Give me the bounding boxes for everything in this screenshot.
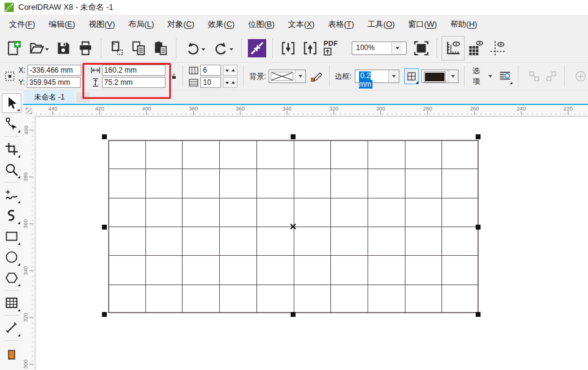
connector-tool[interactable] (2, 318, 21, 338)
selection-handle-middle-left[interactable] (102, 225, 107, 230)
border-selection-button[interactable] (404, 68, 419, 84)
save-button[interactable] (53, 37, 74, 60)
show-rulers-button[interactable] (441, 36, 465, 60)
menu-item-V[interactable]: 视图(V) (82, 16, 122, 33)
guidelines-eye-icon (489, 40, 506, 57)
menu-item-B[interactable]: 位图(B) (241, 16, 281, 33)
toolbar-separator (101, 38, 101, 58)
freehand-tool[interactable] (2, 185, 21, 205)
propbar-separator (518, 65, 518, 87)
selection-handle-middle-right[interactable] (476, 225, 481, 230)
copy-button[interactable] (128, 37, 150, 60)
svg-text:300: 300 (23, 360, 29, 369)
show-guidelines-button[interactable] (487, 37, 509, 60)
new-document-button[interactable] (2, 37, 24, 60)
ellipse-tool[interactable] (2, 247, 21, 267)
ruler-origin[interactable] (23, 105, 35, 116)
fullscreen-preview-button[interactable] (410, 37, 432, 60)
edit-fill-button[interactable] (309, 68, 324, 84)
selection-handle-top-left[interactable] (102, 134, 107, 139)
show-grid-button[interactable] (465, 37, 487, 60)
shape-tool[interactable] (2, 114, 21, 134)
selection-handle-top-right[interactable] (476, 134, 481, 139)
horizontal-ruler[interactable]: 440420400380360340320300280260240220 (35, 105, 588, 116)
new-tab-button[interactable]: + (76, 92, 90, 103)
propbar-separator (243, 65, 244, 87)
background-fill-dropdown[interactable] (269, 70, 306, 83)
columns-spinner[interactable] (223, 77, 238, 88)
svg-text:400: 400 (142, 106, 151, 112)
options-dropdown[interactable]: 选项 (470, 66, 495, 87)
svg-text:280: 280 (423, 106, 432, 112)
menu-item-T[interactable]: 表格(T) (321, 16, 361, 33)
menu-item-O[interactable]: 工具(O) (361, 16, 402, 33)
drawing-canvas[interactable] (35, 116, 588, 370)
lock-ratio-icon[interactable] (170, 71, 178, 81)
toolbar-separator (241, 38, 242, 58)
menu-item-E[interactable]: 编辑(E) (42, 16, 82, 33)
text-wrap-button[interactable] (498, 68, 512, 84)
selection-handle-bottom-center[interactable] (291, 312, 296, 317)
app-launcher-button[interactable] (246, 37, 268, 60)
menu-item-F[interactable]: 文件(F) (2, 16, 42, 33)
export-button[interactable] (299, 37, 321, 60)
redo-dropdown-caret[interactable] (230, 48, 233, 53)
crop-tool[interactable] (2, 139, 21, 159)
undo-dropdown-caret[interactable] (201, 48, 205, 53)
menu-item-H[interactable]: 帮助(H) (444, 16, 484, 33)
rows-count-field[interactable]: 6 (200, 65, 221, 76)
propbar-separator (564, 65, 565, 87)
columns-count-field[interactable]: 10 (200, 77, 221, 88)
menu-item-C[interactable]: 效果(C) (201, 16, 241, 33)
border-width-combobox[interactable]: 0.2 mm (355, 70, 399, 83)
rows-spinner[interactable] (223, 65, 238, 76)
linked-squares-icon (528, 70, 541, 83)
svg-text:240: 240 (517, 106, 526, 112)
import-button[interactable] (277, 37, 299, 60)
paste-button[interactable] (150, 37, 172, 60)
open-dropdown-caret[interactable] (45, 48, 49, 53)
fill-tool[interactable] (2, 343, 21, 363)
redo-button[interactable] (209, 37, 237, 60)
table-rows-icon (189, 67, 198, 74)
selection-handle-bottom-left[interactable] (102, 312, 107, 317)
undo-button[interactable] (181, 37, 209, 60)
menu-item-W[interactable]: 窗口(W) (402, 16, 444, 33)
add-button (573, 68, 588, 84)
zoom-level-caret[interactable] (391, 42, 402, 54)
open-document-button[interactable] (24, 37, 53, 60)
cut-button[interactable] (106, 37, 128, 60)
outline-color-dropdown[interactable] (421, 70, 459, 83)
vertical-ruler[interactable]: 400380360340320300 (23, 116, 35, 370)
artistic-media-tool[interactable] (2, 206, 21, 225)
document-tab[interactable]: 未命名 -1 (24, 90, 74, 104)
rectangle-tool[interactable] (2, 227, 21, 246)
rotation-center-mark[interactable] (289, 223, 297, 230)
pick-tool[interactable] (2, 93, 21, 113)
menu-item-X[interactable]: 文本(X) (281, 16, 321, 33)
y-position-field[interactable]: 359.945 mm (27, 77, 81, 88)
print-button[interactable] (74, 37, 96, 60)
grid-eye-icon (467, 40, 484, 57)
border-width-caret[interactable] (388, 70, 399, 82)
selection-handle-top-center[interactable] (291, 134, 296, 139)
document-tab-bar: 未命名 -1 + (23, 90, 588, 105)
zoom-tool[interactable] (2, 160, 21, 180)
publish-pdf-button[interactable]: PDF (321, 37, 348, 60)
menu-item-C[interactable]: 对象(C) (161, 16, 201, 33)
polygon-tool[interactable] (2, 268, 21, 288)
table-tool[interactable] (2, 293, 21, 313)
svg-text:300: 300 (376, 106, 385, 112)
toolbox-separator (4, 340, 19, 341)
x-position-field[interactable]: -336.466 mm (27, 65, 81, 76)
import-icon (280, 40, 296, 56)
undo-icon (185, 40, 201, 56)
object-height-field[interactable]: 75.2 mm (102, 77, 165, 88)
zoom-level-combobox[interactable]: 100% (352, 42, 407, 55)
svg-text:380: 380 (23, 172, 29, 181)
selection-handle-bottom-right[interactable] (476, 312, 481, 317)
object-width-field[interactable]: 160.2 mm (102, 65, 165, 76)
menu-item-L[interactable]: 布局(L) (122, 16, 161, 33)
document-tab-label: 未命名 -1 (34, 92, 65, 103)
propbar-separator (329, 65, 330, 87)
